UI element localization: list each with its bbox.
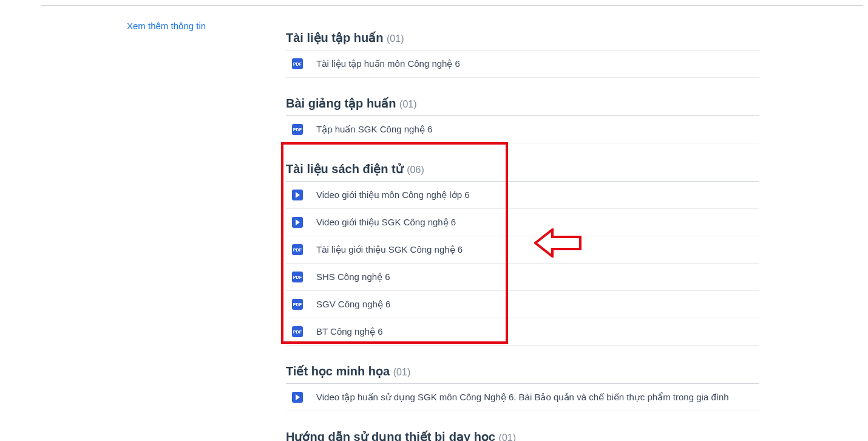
pdf-icon: PDF — [292, 299, 303, 310]
pdf-icon: PDF — [292, 124, 303, 135]
item-label: Tài liệu giới thiệu SGK Công nghệ 6 — [316, 244, 463, 255]
section-header: Tiết học minh họa (01) — [286, 360, 759, 384]
section-tai-lieu-tap-huan: Tài liệu tập huấn (01) PDF Tài liệu tập … — [286, 27, 759, 78]
item-label: Tập huấn SGK Công nghệ 6 — [316, 124, 432, 135]
video-icon — [292, 217, 303, 228]
item-label: BT Công nghệ 6 — [316, 326, 383, 337]
list-item[interactable]: PDF Tài liệu giới thiệu SGK Công nghệ 6 — [286, 236, 759, 264]
list-item[interactable]: Video giới thiệu môn Công nghệ lớp 6 — [286, 182, 759, 209]
pdf-icon: PDF — [292, 244, 303, 255]
item-label: Video tập huấn sử dụng SGK môn Công Nghệ… — [316, 392, 729, 403]
list-item[interactable]: PDF SGV Công nghệ 6 — [286, 291, 759, 318]
section-title: Hướng dẫn sử dụng thiết bị dạy học — [286, 430, 495, 441]
list-item[interactable]: PDF Tài liệu tập huấn môn Công nghệ 6 — [286, 50, 759, 78]
section-count: (01) — [399, 99, 416, 109]
section-header: Tài liệu sách điện tử (06) — [286, 158, 759, 182]
sidebar-more-info-link[interactable]: Xem thêm thông tin — [127, 21, 206, 31]
item-label: SHS Công nghệ 6 — [316, 272, 390, 282]
top-divider — [41, 5, 863, 6]
list-item[interactable]: Video tập huấn sử dụng SGK môn Công Nghệ… — [286, 384, 759, 411]
section-title: Tài liệu tập huấn — [286, 31, 383, 44]
section-header: Tài liệu tập huấn (01) — [286, 27, 759, 50]
pdf-icon: PDF — [292, 58, 303, 69]
section-title: Bài giảng tập huấn — [286, 97, 396, 110]
section-count: (01) — [499, 432, 516, 441]
section-title: Tài liệu sách điện tử — [286, 162, 404, 176]
item-label: Video giới thiệu môn Công nghệ lớp 6 — [316, 190, 470, 200]
section-header: Bài giảng tập huấn (01) — [286, 92, 759, 116]
section-tiet-hoc-minh-hoa: Tiết học minh họa (01) Video tập huấn sử… — [286, 360, 759, 411]
section-huong-dan-thiet-bi: Hướng dẫn sử dụng thiết bị dạy học (01) — [286, 426, 759, 441]
item-label: Tài liệu tập huấn môn Công nghệ 6 — [316, 58, 460, 69]
page-root: Xem thêm thông tin Tài liệu tập huấn (01… — [0, 0, 868, 441]
section-count: (01) — [393, 367, 410, 377]
pdf-icon: PDF — [292, 326, 303, 337]
video-icon — [292, 190, 303, 200]
section-count: (01) — [387, 33, 404, 44]
section-bai-giang-tap-huan: Bài giảng tập huấn (01) PDF Tập huấn SGK… — [286, 92, 759, 143]
item-label: Video giới thiệu SGK Công nghệ 6 — [316, 217, 456, 228]
section-header: Hướng dẫn sử dụng thiết bị dạy học (01) — [286, 426, 759, 441]
list-item[interactable]: PDF BT Công nghệ 6 — [286, 318, 759, 346]
list-item[interactable]: Video giới thiệu SGK Công nghệ 6 — [286, 209, 759, 236]
section-count: (06) — [407, 165, 424, 175]
list-item[interactable]: PDF Tập huấn SGK Công nghệ 6 — [286, 116, 759, 143]
list-item[interactable]: PDF SHS Công nghệ 6 — [286, 264, 759, 291]
video-icon — [292, 392, 303, 403]
section-tai-lieu-sach-dien-tu: Tài liệu sách điện tử (06) Video giới th… — [286, 158, 759, 346]
content-column: Tài liệu tập huấn (01) PDF Tài liệu tập … — [286, 12, 759, 441]
section-title: Tiết học minh họa — [286, 364, 390, 378]
pdf-icon: PDF — [292, 272, 303, 282]
item-label: SGV Công nghệ 6 — [316, 299, 390, 310]
